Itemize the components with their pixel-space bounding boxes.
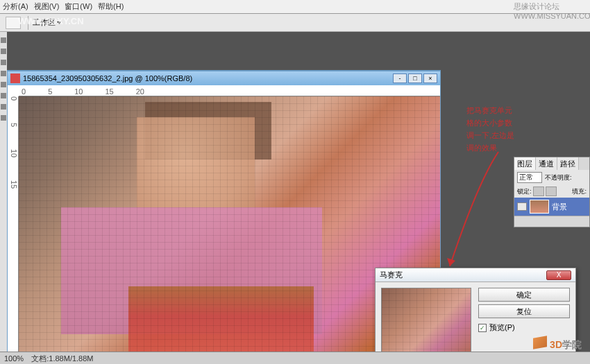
dialog-close-button[interactable]: X xyxy=(546,270,571,280)
panel-footer xyxy=(514,216,589,227)
window-buttons: - □ × xyxy=(391,73,437,83)
preview-label: 预览(P) xyxy=(489,322,515,333)
layer-name: 背景 xyxy=(552,202,567,212)
watermark-3dschool: 3D学院 xyxy=(533,337,582,352)
annotation-arrow xyxy=(443,148,505,273)
fill-label: 填充: xyxy=(572,187,587,196)
panel-tabs: 图层 通道 路径 xyxy=(514,157,589,170)
document-titlebar[interactable]: 15865354_230950305632_2.jpg @ 100%(RGB/8… xyxy=(8,71,440,85)
minimize-button[interactable]: - xyxy=(393,73,407,83)
tab-channels[interactable]: 通道 xyxy=(536,157,557,170)
workspace: 15865354_230950305632_2.jpg @ 100%(RGB/8… xyxy=(0,32,590,364)
annotation-text: 把马赛克单元 格的大小参数 调一下,左边是 调的效果 xyxy=(466,104,514,154)
document-title: 15865354_230950305632_2.jpg @ 100%(RGB/8… xyxy=(23,74,192,83)
tools-palette[interactable] xyxy=(0,32,7,364)
ok-button[interactable]: 确定 xyxy=(478,288,570,302)
dialog-titlebar[interactable]: 马赛克 X xyxy=(376,268,575,282)
reset-button[interactable]: 复位 xyxy=(478,304,570,318)
layer-row[interactable]: 背景 xyxy=(514,198,589,216)
ruler-horizontal[interactable]: 05101520 xyxy=(19,85,440,96)
options-bar: 工作区 xyxy=(0,14,590,32)
maximize-button[interactable]: □ xyxy=(408,73,422,83)
cube-icon xyxy=(533,336,547,349)
watermark-missyuan: 思缘设计论坛 WWW.MISSYUAN.COM xyxy=(514,1,590,20)
ps-icon xyxy=(10,73,20,83)
menu-window[interactable]: 窗口(W) xyxy=(65,1,92,12)
dialog-title: 马赛克 xyxy=(380,270,403,280)
close-button[interactable]: × xyxy=(423,73,437,83)
ruler-vertical[interactable]: 051015 xyxy=(8,96,19,361)
visibility-eye-icon[interactable] xyxy=(517,202,527,211)
menu-bar: 分析(A) 视图(V) 窗口(W) 帮助(H) xyxy=(0,0,590,14)
lock-transparent-icon[interactable] xyxy=(533,187,544,196)
tab-layers[interactable]: 图层 xyxy=(514,157,536,170)
status-zoom[interactable]: 100% xyxy=(4,354,24,363)
checkbox-icon[interactable]: ✓ xyxy=(478,324,487,332)
status-bar: 100% 文档:1.88M/1.88M xyxy=(0,352,590,364)
status-docsize: 文档:1.88M/1.88M xyxy=(31,354,93,363)
watermark-3dxy: WWW.3DXY.CN xyxy=(18,16,84,26)
opacity-label: 不透明度: xyxy=(545,173,572,182)
lock-label: 锁定: xyxy=(517,187,532,196)
menu-analyze[interactable]: 分析(A) xyxy=(3,1,28,12)
layers-panel: 图层 通道 路径 正常 不透明度: 锁定: 填充: 背景 xyxy=(514,157,590,227)
layer-thumbnail[interactable] xyxy=(530,200,549,214)
preview-checkbox-row[interactable]: ✓ 预览(P) xyxy=(478,322,570,333)
lock-pixels-icon[interactable] xyxy=(546,187,557,196)
menu-help[interactable]: 帮助(H) xyxy=(98,1,124,12)
menu-view[interactable]: 视图(V) xyxy=(34,1,60,12)
blend-mode-select[interactable]: 正常 xyxy=(517,172,542,183)
tab-paths[interactable]: 路径 xyxy=(557,157,579,170)
